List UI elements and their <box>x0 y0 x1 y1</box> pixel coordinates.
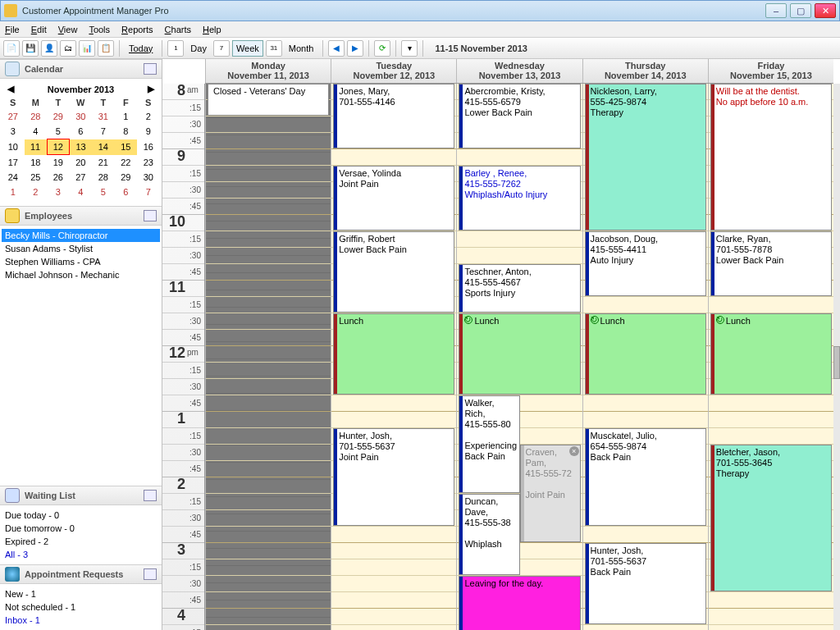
appointment[interactable]: Musckatel, Julio,654-555-9874Back Pain <box>585 428 706 526</box>
toolbar-btn-2[interactable]: 💾 <box>22 40 39 57</box>
day-header[interactable]: MondayNovember 11, 2013 <box>205 59 331 83</box>
minical-day[interactable]: 18 <box>25 155 48 171</box>
menu-file[interactable]: File <box>5 25 20 34</box>
nav-prev-icon[interactable]: ◀ <box>328 40 345 57</box>
minical-day[interactable]: 6 <box>115 185 138 199</box>
minical-day[interactable]: 26 <box>47 170 70 185</box>
day-column[interactable]: Abercrombie, Kristy,415-555-6579Lower Ba… <box>456 84 582 630</box>
day-header[interactable]: TuesdayNovember 12, 2013 <box>331 59 456 83</box>
day-column[interactable]: Nickleson, Larry,555-425-9874TherapyJaco… <box>582 84 708 630</box>
minical-day[interactable]: 1 <box>2 185 25 199</box>
minical-day[interactable]: 23 <box>137 155 160 171</box>
day-header[interactable]: ThursdayNovember 14, 2013 <box>582 59 708 83</box>
appointment[interactable]: Jones, Mary,701-555-4146 <box>333 84 454 148</box>
list-item[interactable]: Expired - 2 <box>5 535 157 548</box>
minical-day[interactable]: 27 <box>70 170 93 185</box>
minical-day[interactable]: 28 <box>25 109 48 124</box>
menu-reports[interactable]: Reports <box>121 25 153 34</box>
minical-day[interactable]: 17 <box>2 155 25 171</box>
appointment[interactable]: Abercrombie, Kristy,415-555-6579Lower Ba… <box>459 84 580 148</box>
minical-day[interactable]: 19 <box>47 155 70 171</box>
refresh-icon[interactable]: ⟳ <box>374 40 390 57</box>
minical-day[interactable]: 30 <box>137 170 160 185</box>
day-column[interactable]: Closed - Veterans' Day <box>205 84 331 630</box>
minical-day[interactable]: 30 <box>70 109 93 124</box>
appointment[interactable]: Lunch <box>585 313 706 395</box>
employees-toggle-icon[interactable] <box>144 210 157 221</box>
appointment[interactable]: Hunter, Josh,701-555-5637Back Pain <box>585 543 706 624</box>
appointment[interactable]: Lunch <box>459 313 580 395</box>
toolbar-btn-6[interactable]: 📋 <box>98 40 114 57</box>
minical-day[interactable]: 4 <box>25 124 48 139</box>
minical-day[interactable]: 24 <box>2 170 25 185</box>
list-item[interactable]: New - 1 <box>5 587 157 600</box>
appointment[interactable]: Lunch <box>710 313 832 395</box>
minical-next[interactable]: ▶ <box>145 84 157 94</box>
list-item[interactable]: Due today - 0 <box>5 509 157 522</box>
minical-day[interactable]: 3 <box>47 185 70 199</box>
appointment[interactable]: Lunch <box>333 313 454 395</box>
minical-day[interactable]: 4 <box>70 185 93 199</box>
appointment[interactable]: Hunter, Josh,701-555-5637Joint Pain <box>333 428 454 526</box>
list-item[interactable]: All - 3 <box>5 548 157 561</box>
toolbar-btn-4[interactable]: 🗂 <box>60 40 76 57</box>
appointment[interactable]: Nickleson, Larry,555-425-9874Therapy <box>585 84 706 231</box>
minical-day[interactable]: 28 <box>92 170 115 185</box>
minical-day[interactable]: 11 <box>25 139 48 155</box>
minical-day[interactable]: 14 <box>92 139 115 155</box>
view-month[interactable]: Month <box>285 40 318 57</box>
appointment[interactable]: Barley , Renee,415-555-7262Whiplash/Auto… <box>459 166 580 231</box>
appointment[interactable]: Bletcher, Jason,701-555-3645Therapy <box>710 445 832 591</box>
minical-day[interactable]: 2 <box>25 185 48 199</box>
week-icon[interactable]: 7 <box>213 40 230 57</box>
list-item[interactable]: Inbox - 1 <box>5 614 157 627</box>
toolbar-btn-1[interactable]: 📄 <box>3 40 20 57</box>
appointment[interactable]: Versae, YolindaJoint Pain <box>333 166 454 231</box>
menu-tools[interactable]: Tools <box>89 25 110 34</box>
toolbar-btn-5[interactable]: 📊 <box>79 40 95 57</box>
appointment[interactable]: Will be at the dentist.No appt before 10… <box>710 84 832 231</box>
maximize-button[interactable]: ▢ <box>790 3 811 18</box>
minical-day[interactable]: 20 <box>70 155 93 171</box>
minical-day[interactable]: 21 <box>92 155 115 171</box>
waiting-toggle-icon[interactable] <box>144 490 157 501</box>
day-column[interactable]: Jones, Mary,701-555-4146Versae, YolindaJ… <box>331 84 456 630</box>
calendar-grid[interactable]: Closed - Veterans' DayJones, Mary,701-55… <box>205 84 833 630</box>
day-header[interactable]: FridayNovember 15, 2013 <box>708 59 833 83</box>
appointment[interactable]: Jacobson, Doug,415-555-4411Auto Injury <box>585 231 706 296</box>
day-column[interactable]: Will be at the dentist.No appt before 10… <box>708 84 833 630</box>
minical-day[interactable]: 10 <box>2 139 25 155</box>
minical-day[interactable]: 25 <box>25 170 48 185</box>
toolbar-btn-3[interactable]: 👤 <box>41 40 57 57</box>
day-icon[interactable]: 1 <box>167 40 184 57</box>
requests-section-header[interactable]: Appointment Requests <box>0 564 162 584</box>
view-week[interactable]: Week <box>232 40 263 57</box>
vertical-scrollbar[interactable] <box>833 84 840 630</box>
waiting-section-header[interactable]: Waiting List <box>0 486 162 505</box>
employee-item[interactable]: Susan Adams - Stylist <box>2 242 160 255</box>
minical-day[interactable]: 5 <box>47 124 70 139</box>
appointment[interactable]: Griffin, RobertLower Back Pain <box>333 231 454 313</box>
minical-grid[interactable]: SMTWTFS272829303112345678910111213141516… <box>2 96 160 199</box>
minical-day[interactable]: 29 <box>47 109 70 124</box>
minical-day[interactable]: 8 <box>115 124 138 139</box>
minical-day[interactable]: 7 <box>137 185 160 199</box>
calendar-section-header[interactable]: Calendar <box>0 59 162 79</box>
close-icon[interactable]: × <box>569 446 579 456</box>
employees-section-header[interactable]: Employees <box>0 206 162 226</box>
view-day[interactable]: Day <box>186 40 211 57</box>
minical-day[interactable]: 27 <box>2 109 25 124</box>
appointment[interactable]: Duncan, Dave,415-555-38Whiplash <box>459 494 519 575</box>
month-icon[interactable]: 31 <box>266 40 282 57</box>
employee-item[interactable]: Michael Johnson - Mechanic <box>2 268 160 281</box>
scrollbar-thumb[interactable] <box>833 346 840 379</box>
day-header[interactable]: WednesdayNovember 13, 2013 <box>456 59 582 83</box>
employee-item[interactable]: Becky Mills - Chiropractor <box>2 229 160 242</box>
minical-day[interactable]: 6 <box>70 124 93 139</box>
minical-prev[interactable]: ◀ <box>5 84 16 94</box>
minical-day[interactable]: 29 <box>115 170 138 185</box>
close-button[interactable]: ✕ <box>815 3 836 18</box>
minical-day[interactable]: 22 <box>115 155 138 171</box>
filter-icon[interactable]: ▾ <box>401 40 418 57</box>
appointment[interactable]: Walker, Rich,415-555-80Experiencing Back… <box>459 395 519 493</box>
